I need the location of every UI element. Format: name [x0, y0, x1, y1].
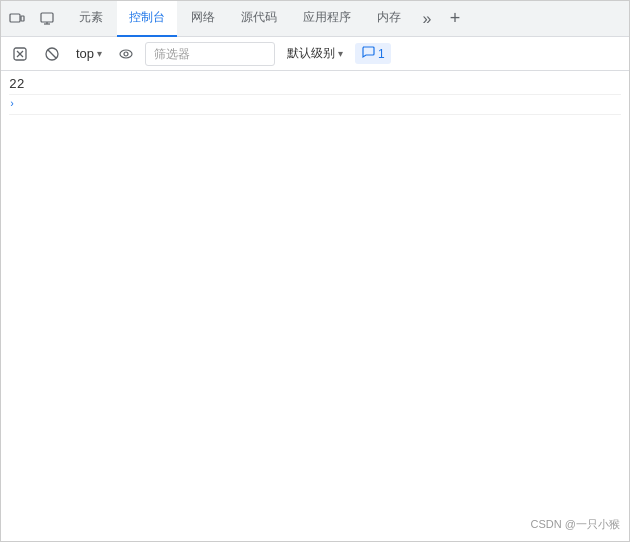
tab-application[interactable]: 应用程序	[291, 1, 363, 37]
context-selector[interactable]: top ▾	[71, 44, 107, 63]
console-output-number: 22	[9, 77, 25, 92]
tab-memory[interactable]: 内存	[365, 1, 413, 37]
message-icon	[361, 45, 375, 62]
log-level-selector[interactable]: 默认级别 ▾	[281, 43, 349, 64]
svg-line-9	[48, 49, 56, 57]
tab-elements[interactable]: 元素	[67, 1, 115, 37]
svg-point-10	[120, 50, 132, 58]
console-line-1: 22	[9, 75, 621, 95]
tab-network[interactable]: 网络	[179, 1, 227, 37]
context-dropdown-arrow: ▾	[97, 48, 102, 59]
svg-point-11	[124, 52, 128, 56]
screen-toggle-icon[interactable]	[35, 7, 59, 31]
console-content: 22 ›	[1, 71, 629, 119]
message-badge[interactable]: 1	[355, 43, 391, 64]
tab-console[interactable]: 控制台	[117, 1, 177, 37]
more-tabs-button[interactable]: »	[415, 7, 439, 31]
add-panel-button[interactable]: +	[443, 7, 467, 31]
filter-input[interactable]	[145, 42, 275, 66]
level-dropdown-arrow: ▾	[338, 48, 343, 59]
block-button[interactable]	[39, 41, 65, 67]
console-line-2[interactable]: ›	[9, 95, 621, 115]
console-toolbar: top ▾ 默认级别 ▾ 1	[1, 37, 629, 71]
svg-rect-0	[10, 14, 20, 22]
eye-visibility-button[interactable]	[113, 41, 139, 67]
message-count: 1	[378, 47, 385, 61]
device-icon-group	[5, 7, 59, 31]
clear-console-button[interactable]	[7, 41, 33, 67]
svg-rect-1	[21, 16, 24, 21]
level-label: 默认级别	[287, 45, 335, 62]
watermark: CSDN @一只小猴	[531, 517, 620, 532]
svg-rect-2	[41, 13, 53, 22]
device-toggle-icon[interactable]	[5, 7, 29, 31]
tab-bar: 元素 控制台 网络 源代码 应用程序 内存 » +	[1, 1, 629, 37]
tab-sources[interactable]: 源代码	[229, 1, 289, 37]
expand-arrow[interactable]: ›	[9, 99, 21, 110]
context-label: top	[76, 46, 94, 61]
